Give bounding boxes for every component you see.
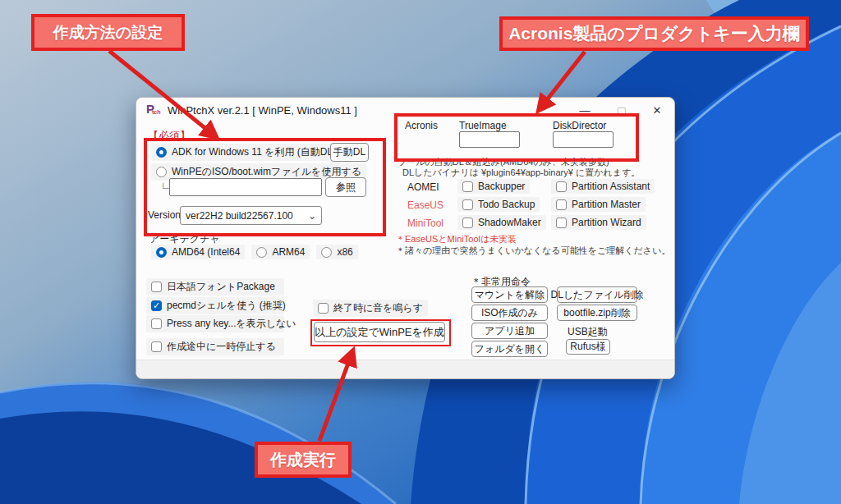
vendor-easeus: EaseUS xyxy=(407,199,443,211)
radio-adk-label: ADK for Windows 11 を利用 (自動DL) xyxy=(172,145,336,159)
radio-wim-icon[interactable] xyxy=(156,167,167,177)
radio-arm64[interactable]: ARM64 xyxy=(251,245,310,259)
checkbox-partition-wizard-icon[interactable] xyxy=(556,218,567,228)
checkbox-sound[interactable]: 終了時に音を鳴らす xyxy=(313,300,428,317)
chevron-down-icon: ⌄ xyxy=(308,210,316,222)
tools-warning-1: ＊EaseUSとMiniToolは未実装 xyxy=(396,233,517,245)
checkbox-press-key-icon[interactable] xyxy=(151,318,162,329)
add-app-button[interactable]: アプリ追加 xyxy=(471,323,548,339)
diskdirector-key-input[interactable] xyxy=(553,131,614,148)
checkbox-partition-wizard[interactable]: Partition Wizard xyxy=(551,215,646,230)
window-title: WinPtchX ver.2.1 [ WinPE, Windows11 ] xyxy=(168,104,357,117)
checkbox-partition-master-icon[interactable] xyxy=(556,199,567,210)
checkbox-shadowmaker[interactable]: ShadowMaker xyxy=(457,215,546,230)
winptchx-window: P tch WinPtchX ver.2.1 [ WinPE, Windows1… xyxy=(136,97,675,379)
browse-button[interactable]: 参照 xyxy=(325,177,366,197)
radio-x86-label: x86 xyxy=(337,246,352,258)
checkbox-partition-wizard-label: Partition Wizard xyxy=(572,217,641,228)
radio-amd64-icon[interactable] xyxy=(156,247,167,258)
checkbox-partition-master-label: Partition Master xyxy=(572,199,641,210)
radio-amd64[interactable]: AMD64 (Intel64 xyxy=(151,245,245,259)
checkbox-sound-label: 終了時に音を鳴らす xyxy=(333,301,423,315)
usb-boot-label: USB起動 xyxy=(568,325,608,339)
architecture-radios: AMD64 (Intel64 ARM64 x86 xyxy=(151,245,358,259)
checkbox-shadowmaker-icon[interactable] xyxy=(462,218,473,228)
checkbox-partition-master[interactable]: Partition Master xyxy=(551,197,646,212)
checkbox-press-key-label: Press any key...を表示しない xyxy=(167,317,296,331)
checkbox-pecmd-icon[interactable] xyxy=(151,300,162,311)
checkbox-todo-backup[interactable]: Todo Backup xyxy=(457,197,540,212)
radio-x86[interactable]: x86 xyxy=(316,245,357,259)
delete-bootzip-button[interactable]: bootfile.zip削除 xyxy=(557,305,637,321)
required-label: 【必須】 xyxy=(148,129,191,144)
callout-method: 作成方法の設定 xyxy=(31,14,185,51)
delete-dl-files-button[interactable]: DLしたファイル削除 xyxy=(557,286,637,303)
app-icon: P tch xyxy=(146,103,164,117)
checkbox-backupper[interactable]: Backupper xyxy=(457,179,530,194)
open-folder-button[interactable]: フォルダを開く xyxy=(471,341,548,357)
minimize-button[interactable]: — xyxy=(572,98,598,122)
trueimage-label: TrueImage xyxy=(459,120,507,131)
acronis-brand-label: Acronis xyxy=(405,120,438,131)
checkbox-partition-assistant[interactable]: Partition Assistant xyxy=(551,179,655,194)
radio-arm64-label: ARM64 xyxy=(272,246,305,258)
checkbox-font-package-icon[interactable] xyxy=(151,282,162,292)
callout-execute: 作成実行 xyxy=(255,442,352,478)
iso-only-button[interactable]: ISO作成のみ xyxy=(471,305,548,321)
wim-path-input[interactable] xyxy=(169,178,322,196)
checkbox-font-package-label: 日本語フォントPackage xyxy=(167,280,275,294)
radio-adk-icon[interactable] xyxy=(156,147,167,158)
tools-note2: DLしたバイナリは ¥plugin64¥app-binary¥ に置かれます。 xyxy=(402,167,640,179)
checkbox-sound-icon[interactable] xyxy=(318,303,329,314)
checkbox-backupper-icon[interactable] xyxy=(462,181,473,192)
checkbox-pause-label: 作成途中に一時停止する xyxy=(167,340,276,354)
app-icon-tch: tch xyxy=(152,109,161,115)
radio-x86-icon[interactable] xyxy=(321,247,332,258)
titlebar[interactable]: P tch WinPtchX ver.2.1 [ WinPE, Windows1… xyxy=(136,98,674,122)
window-footer xyxy=(136,360,674,378)
version-select[interactable]: ver22H2 build22567.100 ⌄ xyxy=(180,206,322,225)
vendor-aomei: AOMEI xyxy=(407,181,439,193)
tools-warning-2: ＊諸々の理由で突然うまくいかなくなる可能性をご理解ください。 xyxy=(396,245,670,257)
unmount-button[interactable]: マウントを解除 xyxy=(471,286,548,303)
checkbox-todo-backup-label: Todo Backup xyxy=(478,199,535,210)
checkbox-backupper-label: Backupper xyxy=(478,181,525,192)
close-button[interactable]: ✕ xyxy=(644,98,670,122)
diskdirector-label: DiskDirector xyxy=(553,120,606,131)
rufus-button[interactable]: Rufus様 xyxy=(566,339,610,355)
checkbox-pause[interactable]: 作成途中に一時停止する xyxy=(146,338,284,355)
checkbox-pause-icon[interactable] xyxy=(151,341,162,352)
checkbox-partition-assistant-icon[interactable] xyxy=(556,181,567,192)
callout-acronis: Acronis製品のプロダクトキー入力欄 xyxy=(499,16,809,51)
maximize-button[interactable]: ▢ xyxy=(609,98,635,122)
radio-adk[interactable]: ADK for Windows 11 を利用 (自動DL) xyxy=(151,144,341,161)
create-winpe-button[interactable]: 以上の設定でWinPEを作成 xyxy=(314,322,445,342)
radio-arm64-icon[interactable] xyxy=(256,247,267,258)
manual-dl-button[interactable]: 手動DL xyxy=(330,143,369,162)
checkbox-partition-assistant-label: Partition Assistant xyxy=(572,181,650,192)
version-label: Version xyxy=(148,209,181,221)
checkbox-pecmd-label: pecmdシェルを使う (推奨) xyxy=(167,299,286,313)
radio-amd64-label: AMD64 (Intel64 xyxy=(172,246,240,258)
trueimage-key-input[interactable] xyxy=(459,131,520,148)
checkbox-press-key[interactable]: Press any key...を表示しない xyxy=(146,315,284,332)
checkbox-shadowmaker-label: ShadowMaker xyxy=(478,217,541,228)
vendor-minitool: MiniTool xyxy=(407,218,443,229)
desktop: P tch WinPtchX ver.2.1 [ WinPE, Windows1… xyxy=(0,0,841,504)
version-value: ver22H2 build22567.100 xyxy=(186,210,293,222)
checkbox-pecmd[interactable]: pecmdシェルを使う (推奨) xyxy=(146,297,284,314)
checkbox-todo-backup-icon[interactable] xyxy=(462,199,473,210)
checkbox-font-package[interactable]: 日本語フォントPackage xyxy=(146,278,284,296)
